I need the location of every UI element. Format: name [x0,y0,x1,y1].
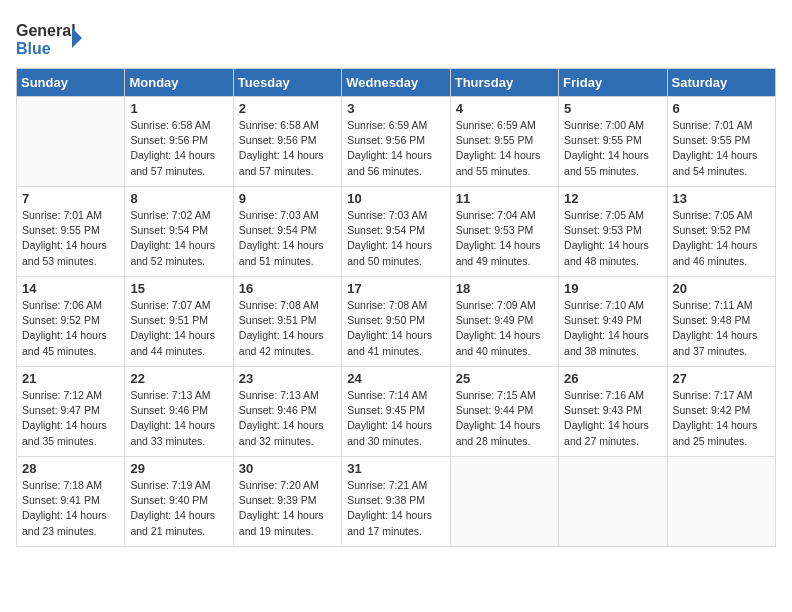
day-number: 13 [673,191,770,206]
calendar-cell: 17Sunrise: 7:08 AM Sunset: 9:50 PM Dayli… [342,277,450,367]
calendar-cell: 2Sunrise: 6:58 AM Sunset: 9:56 PM Daylig… [233,97,341,187]
day-detail: Sunrise: 7:03 AM Sunset: 9:54 PM Dayligh… [347,208,444,269]
calendar-cell: 4Sunrise: 6:59 AM Sunset: 9:55 PM Daylig… [450,97,558,187]
day-number: 8 [130,191,227,206]
day-number: 9 [239,191,336,206]
calendar-cell: 23Sunrise: 7:13 AM Sunset: 9:46 PM Dayli… [233,367,341,457]
day-detail: Sunrise: 7:14 AM Sunset: 9:45 PM Dayligh… [347,388,444,449]
calendar-cell: 27Sunrise: 7:17 AM Sunset: 9:42 PM Dayli… [667,367,775,457]
weekday-header-wednesday: Wednesday [342,69,450,97]
day-detail: Sunrise: 6:58 AM Sunset: 9:56 PM Dayligh… [130,118,227,179]
day-number: 6 [673,101,770,116]
calendar-cell: 13Sunrise: 7:05 AM Sunset: 9:52 PM Dayli… [667,187,775,277]
day-detail: Sunrise: 7:10 AM Sunset: 9:49 PM Dayligh… [564,298,661,359]
day-detail: Sunrise: 7:05 AM Sunset: 9:53 PM Dayligh… [564,208,661,269]
day-number: 11 [456,191,553,206]
day-number: 15 [130,281,227,296]
calendar-cell: 11Sunrise: 7:04 AM Sunset: 9:53 PM Dayli… [450,187,558,277]
day-detail: Sunrise: 7:03 AM Sunset: 9:54 PM Dayligh… [239,208,336,269]
calendar-cell: 12Sunrise: 7:05 AM Sunset: 9:53 PM Dayli… [559,187,667,277]
day-detail: Sunrise: 7:05 AM Sunset: 9:52 PM Dayligh… [673,208,770,269]
calendar-cell [667,457,775,547]
calendar-cell: 19Sunrise: 7:10 AM Sunset: 9:49 PM Dayli… [559,277,667,367]
day-detail: Sunrise: 7:04 AM Sunset: 9:53 PM Dayligh… [456,208,553,269]
day-number: 24 [347,371,444,386]
day-detail: Sunrise: 7:02 AM Sunset: 9:54 PM Dayligh… [130,208,227,269]
day-detail: Sunrise: 7:08 AM Sunset: 9:50 PM Dayligh… [347,298,444,359]
calendar-cell: 16Sunrise: 7:08 AM Sunset: 9:51 PM Dayli… [233,277,341,367]
day-number: 31 [347,461,444,476]
calendar-cell: 25Sunrise: 7:15 AM Sunset: 9:44 PM Dayli… [450,367,558,457]
day-detail: Sunrise: 7:08 AM Sunset: 9:51 PM Dayligh… [239,298,336,359]
day-number: 17 [347,281,444,296]
calendar-cell: 29Sunrise: 7:19 AM Sunset: 9:40 PM Dayli… [125,457,233,547]
weekday-header-saturday: Saturday [667,69,775,97]
day-number: 14 [22,281,119,296]
day-number: 10 [347,191,444,206]
day-detail: Sunrise: 7:06 AM Sunset: 9:52 PM Dayligh… [22,298,119,359]
calendar-cell: 20Sunrise: 7:11 AM Sunset: 9:48 PM Dayli… [667,277,775,367]
day-number: 26 [564,371,661,386]
day-number: 2 [239,101,336,116]
calendar-cell: 8Sunrise: 7:02 AM Sunset: 9:54 PM Daylig… [125,187,233,277]
day-detail: Sunrise: 7:07 AM Sunset: 9:51 PM Dayligh… [130,298,227,359]
day-number: 19 [564,281,661,296]
calendar-cell: 15Sunrise: 7:07 AM Sunset: 9:51 PM Dayli… [125,277,233,367]
calendar-cell: 22Sunrise: 7:13 AM Sunset: 9:46 PM Dayli… [125,367,233,457]
day-number: 21 [22,371,119,386]
svg-text:Blue: Blue [16,40,51,57]
day-detail: Sunrise: 6:58 AM Sunset: 9:56 PM Dayligh… [239,118,336,179]
calendar-cell: 6Sunrise: 7:01 AM Sunset: 9:55 PM Daylig… [667,97,775,187]
day-detail: Sunrise: 6:59 AM Sunset: 9:56 PM Dayligh… [347,118,444,179]
calendar-cell: 18Sunrise: 7:09 AM Sunset: 9:49 PM Dayli… [450,277,558,367]
day-detail: Sunrise: 7:16 AM Sunset: 9:43 PM Dayligh… [564,388,661,449]
day-detail: Sunrise: 7:21 AM Sunset: 9:38 PM Dayligh… [347,478,444,539]
day-number: 25 [456,371,553,386]
day-number: 18 [456,281,553,296]
day-number: 27 [673,371,770,386]
day-detail: Sunrise: 7:11 AM Sunset: 9:48 PM Dayligh… [673,298,770,359]
day-number: 5 [564,101,661,116]
weekday-header-tuesday: Tuesday [233,69,341,97]
weekday-header-sunday: Sunday [17,69,125,97]
day-detail: Sunrise: 7:01 AM Sunset: 9:55 PM Dayligh… [22,208,119,269]
day-number: 7 [22,191,119,206]
day-detail: Sunrise: 7:13 AM Sunset: 9:46 PM Dayligh… [130,388,227,449]
page-header: GeneralBlue [16,16,776,60]
calendar-cell: 10Sunrise: 7:03 AM Sunset: 9:54 PM Dayli… [342,187,450,277]
day-detail: Sunrise: 7:13 AM Sunset: 9:46 PM Dayligh… [239,388,336,449]
day-detail: Sunrise: 7:15 AM Sunset: 9:44 PM Dayligh… [456,388,553,449]
weekday-header-friday: Friday [559,69,667,97]
svg-text:General: General [16,22,76,39]
day-number: 22 [130,371,227,386]
weekday-header-thursday: Thursday [450,69,558,97]
logo-svg: GeneralBlue [16,16,86,60]
calendar-cell: 3Sunrise: 6:59 AM Sunset: 9:56 PM Daylig… [342,97,450,187]
day-number: 3 [347,101,444,116]
calendar-cell [559,457,667,547]
day-detail: Sunrise: 7:18 AM Sunset: 9:41 PM Dayligh… [22,478,119,539]
day-number: 20 [673,281,770,296]
svg-marker-2 [72,28,82,48]
day-detail: Sunrise: 7:19 AM Sunset: 9:40 PM Dayligh… [130,478,227,539]
day-number: 12 [564,191,661,206]
calendar-cell: 1Sunrise: 6:58 AM Sunset: 9:56 PM Daylig… [125,97,233,187]
day-number: 28 [22,461,119,476]
calendar-cell: 30Sunrise: 7:20 AM Sunset: 9:39 PM Dayli… [233,457,341,547]
day-detail: Sunrise: 7:01 AM Sunset: 9:55 PM Dayligh… [673,118,770,179]
calendar-cell: 7Sunrise: 7:01 AM Sunset: 9:55 PM Daylig… [17,187,125,277]
day-number: 30 [239,461,336,476]
calendar-cell: 28Sunrise: 7:18 AM Sunset: 9:41 PM Dayli… [17,457,125,547]
calendar-cell: 26Sunrise: 7:16 AM Sunset: 9:43 PM Dayli… [559,367,667,457]
calendar-table: SundayMondayTuesdayWednesdayThursdayFrid… [16,68,776,547]
day-detail: Sunrise: 7:09 AM Sunset: 9:49 PM Dayligh… [456,298,553,359]
day-number: 16 [239,281,336,296]
day-number: 1 [130,101,227,116]
calendar-cell: 21Sunrise: 7:12 AM Sunset: 9:47 PM Dayli… [17,367,125,457]
calendar-cell: 24Sunrise: 7:14 AM Sunset: 9:45 PM Dayli… [342,367,450,457]
day-detail: Sunrise: 7:17 AM Sunset: 9:42 PM Dayligh… [673,388,770,449]
day-number: 23 [239,371,336,386]
day-detail: Sunrise: 6:59 AM Sunset: 9:55 PM Dayligh… [456,118,553,179]
day-number: 29 [130,461,227,476]
calendar-cell [17,97,125,187]
